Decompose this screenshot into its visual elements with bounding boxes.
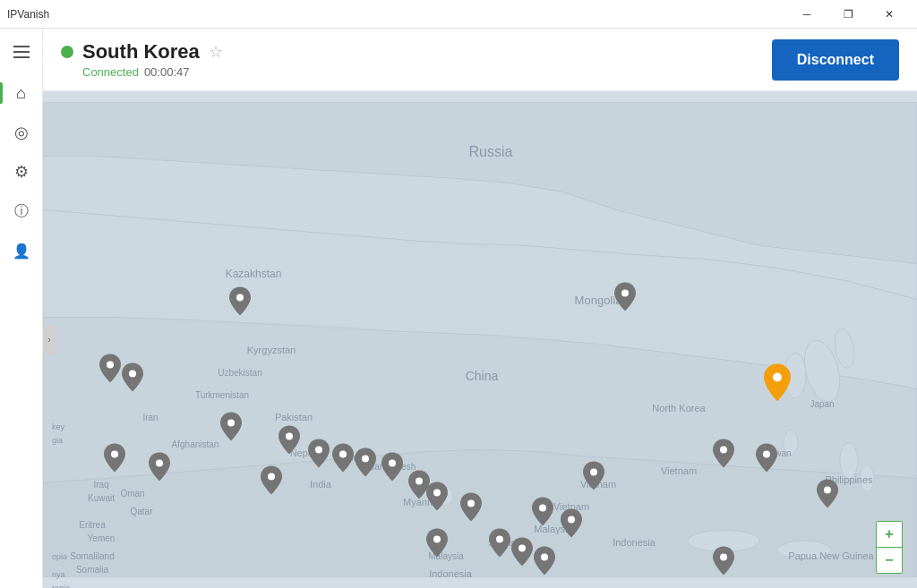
svg-point-67 <box>763 451 770 458</box>
svg-text:key: key <box>52 422 65 431</box>
title-bar: IPVanish ─ ❐ ✕ <box>0 0 917 29</box>
svg-point-60 <box>339 451 347 458</box>
svg-text:Iran: Iran <box>142 413 158 422</box>
map-svg: Russia Mongolia China Kazakhstan Kyrgyzs… <box>43 91 917 588</box>
svg-point-62 <box>389 460 396 467</box>
svg-point-74 <box>541 554 548 561</box>
window-controls: ─ ❐ ✕ <box>786 0 910 29</box>
svg-point-56 <box>156 460 163 467</box>
svg-point-71 <box>568 516 575 524</box>
svg-text:Pakistan: Pakistan <box>275 412 313 422</box>
favorite-icon[interactable]: ☆ <box>209 42 223 62</box>
svg-text:Russia: Russia <box>469 144 513 159</box>
svg-text:Turkmenistan: Turkmenistan <box>195 390 249 400</box>
svg-point-77 <box>720 554 727 561</box>
svg-point-61 <box>362 456 369 463</box>
svg-text:Eritrea: Eritrea <box>79 520 106 530</box>
svg-point-68 <box>467 500 475 507</box>
zoom-out-button[interactable]: − <box>877 548 902 573</box>
svg-text:Qatar: Qatar <box>130 507 153 516</box>
svg-point-73 <box>518 545 526 552</box>
svg-point-70 <box>539 505 546 512</box>
svg-point-54 <box>129 371 136 378</box>
svg-point-69 <box>590 469 597 476</box>
map-container: › <box>43 91 917 588</box>
svg-text:nya: nya <box>52 570 65 579</box>
svg-point-59 <box>315 447 322 454</box>
settings-icon: ⚙ <box>14 162 29 182</box>
connection-timer: 00:00:47 <box>144 65 190 79</box>
connected-label: Connected <box>82 65 139 79</box>
svg-text:Japan: Japan <box>810 399 834 409</box>
svg-text:opia: opia <box>52 552 67 561</box>
svg-text:Papua New Guinea: Papua New Guinea <box>788 550 874 561</box>
svg-text:India: India <box>310 479 332 490</box>
svg-point-72 <box>496 536 503 543</box>
minimize-button[interactable]: ─ <box>786 0 827 29</box>
connection-bottom: Connected 00:00:47 <box>61 65 772 79</box>
svg-text:Somalia: Somalia <box>76 565 109 575</box>
svg-text:Kyrgyzstan: Kyrgyzstan <box>247 345 296 355</box>
svg-point-66 <box>720 447 727 454</box>
app-title: IPVanish <box>7 8 49 21</box>
sidebar-item-account[interactable]: 👤 <box>4 233 39 268</box>
svg-point-75 <box>433 536 441 543</box>
maximize-button[interactable]: ❐ <box>827 0 869 29</box>
sidebar: ⌂ ◎ ⚙ ⓘ 👤 <box>0 29 43 588</box>
svg-text:Indonesia: Indonesia <box>613 537 656 548</box>
svg-point-58 <box>286 433 293 440</box>
svg-text:Iraq: Iraq <box>93 480 108 490</box>
zoom-in-button[interactable]: + <box>877 522 902 547</box>
home-icon: ⌂ <box>16 84 26 103</box>
app-body: ⌂ ◎ ⚙ ⓘ 👤 South Korea ☆ Connected <box>0 29 917 588</box>
zoom-controls: + − <box>876 521 903 574</box>
info-icon: ⓘ <box>14 202 29 221</box>
svg-point-55 <box>111 451 118 458</box>
svg-point-5 <box>840 443 858 479</box>
svg-point-78 <box>773 373 782 382</box>
collapse-arrow[interactable]: › <box>43 326 56 354</box>
svg-text:Kuwait: Kuwait <box>88 493 115 503</box>
svg-text:China: China <box>466 369 499 383</box>
svg-point-57 <box>227 420 235 427</box>
connection-top: South Korea ☆ <box>61 40 772 64</box>
status-dot <box>61 46 73 58</box>
svg-point-52 <box>621 290 629 297</box>
svg-text:Vietnam: Vietnam <box>661 465 697 476</box>
svg-point-53 <box>107 362 114 369</box>
svg-text:Somaliland: Somaliland <box>70 551 114 561</box>
content-area: South Korea ☆ Connected 00:00:47 Disconn… <box>43 29 917 588</box>
disconnect-button[interactable]: Disconnect <box>772 39 899 81</box>
close-button[interactable]: ✕ <box>869 0 910 29</box>
svg-text:Afghanistan: Afghanistan <box>172 439 219 449</box>
svg-text:Yemen: Yemen <box>88 533 116 543</box>
hamburger-menu[interactable] <box>5 36 38 68</box>
location-icon: ◎ <box>14 123 29 142</box>
svg-text:North Korea: North Korea <box>652 403 706 413</box>
svg-point-65 <box>433 490 441 497</box>
sidebar-item-info[interactable]: ⓘ <box>4 193 39 229</box>
svg-point-76 <box>824 487 831 494</box>
sidebar-item-settings[interactable]: ⚙ <box>4 154 39 190</box>
sidebar-item-locations[interactable]: ◎ <box>4 115 39 150</box>
svg-text:Kazakhstan: Kazakhstan <box>226 268 282 280</box>
connection-status: South Korea ☆ Connected 00:00:47 <box>61 40 772 79</box>
svg-point-64 <box>416 478 423 485</box>
svg-text:Indonesia: Indonesia <box>429 568 473 579</box>
svg-text:Oman: Oman <box>120 489 144 499</box>
header: South Korea ☆ Connected 00:00:47 Disconn… <box>43 29 917 91</box>
svg-point-63 <box>268 473 275 481</box>
svg-point-51 <box>236 294 244 302</box>
country-name: South Korea <box>82 40 200 64</box>
account-icon: 👤 <box>13 243 30 260</box>
svg-text:Uzbekistan: Uzbekistan <box>218 368 261 378</box>
svg-text:rania: rania <box>52 584 70 589</box>
svg-text:gia: gia <box>52 436 63 445</box>
sidebar-item-home[interactable]: ⌂ <box>4 75 39 111</box>
